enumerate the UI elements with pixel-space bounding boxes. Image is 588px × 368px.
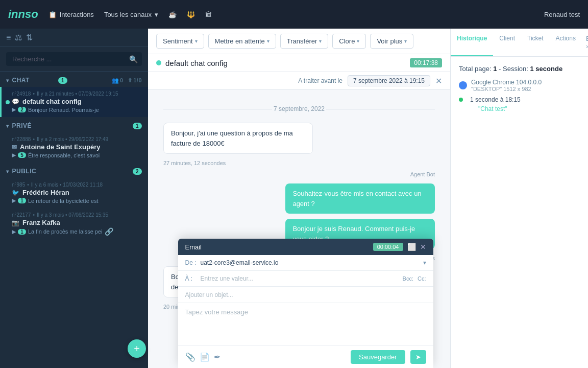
email-footer: 📎 📄 ✒ Sauvegarder ➤ <box>178 346 433 368</box>
search-wrap: 🔍 <box>6 52 142 66</box>
chat-item-name: 🐦 Frédéric Héran <box>12 189 142 196</box>
section-header-public[interactable]: ▾ PUBLIC 2 <box>0 163 148 178</box>
due-label: A traiter avant le <box>298 77 342 84</box>
search-input[interactable] <box>10 52 129 66</box>
message-1: Bonjour, j'ai une question à propos de m… <box>163 123 313 154</box>
message-time-1: 27 minutes, 12 secondes <box>163 160 435 166</box>
email-timer: 00:00:04 <box>373 243 403 251</box>
email-subject-field <box>178 287 433 303</box>
chat-item-frederic[interactable]: n°985 • Il y a 6 mois • 10/03/2022 11:18… <box>0 178 148 208</box>
chat-item-meta: n°985 • Il y a 6 mois • 10/03/2022 11:18 <box>12 182 142 188</box>
chat-item-meta: n°22888 • Il y a 2 mois • 29/06/2022 17:… <box>12 136 142 142</box>
save-button[interactable]: Sauvegarder <box>351 350 405 364</box>
chat-item-antoine[interactable]: n°22888 • Il y a 2 mois • 29/06/2022 17:… <box>0 132 148 163</box>
nav-interactions[interactable]: 📋 Interactions <box>48 11 94 18</box>
instagram-platform-icon: 📷 <box>12 219 19 226</box>
tab-historique[interactable]: Historique <box>451 29 493 56</box>
chat-item-meta: n°24918 • Il y a 21 minutes • 07/09/2022… <box>12 91 142 97</box>
nav-coffee[interactable]: ☕ <box>168 11 177 18</box>
email-to-field[interactable]: À : Bcc: Cc: <box>178 271 433 287</box>
chat-item-name: ✉ Antoine de Saint Exupéry <box>12 143 142 151</box>
transfer-button[interactable]: Transférer ▾ <box>280 34 328 49</box>
chat-item-preview: ▶ 1 Le retour de la byciclette est <box>12 197 142 204</box>
logo: innso <box>8 8 38 21</box>
chat-item-default[interactable]: n°24918 • Il y a 21 minutes • 07/09/2022… <box>0 87 148 117</box>
email-from-field: De : uat2-core3@email-service.io ▾ <box>178 255 433 271</box>
public-badge: 2 <box>133 168 142 175</box>
chevron-icon: ▾ <box>6 169 9 174</box>
footer-icons: 📎 📄 ✒ <box>185 352 346 362</box>
cc-button[interactable]: Cc: <box>418 275 426 282</box>
agent-label: Agent Bot <box>163 171 435 177</box>
sentiment-button[interactable]: Sentiment ▾ <box>156 34 204 49</box>
filter-icon[interactable]: ⚖ <box>15 33 22 42</box>
chevron-icon: ▾ <box>6 123 9 129</box>
members-icon: 👥 0 <box>112 77 124 84</box>
email-expand-button[interactable]: ⬜ <box>407 243 416 251</box>
sidebar-content: ▾ CHAT 1 👥 0 ⬆ 1/0 n°24918 • Il y a 21 m… <box>0 72 148 368</box>
chat-header-bar: default chat config 00:17:38 <box>148 54 450 72</box>
nav-left: innso 📋 Interactions Tous les canaux ▾ ☕… <box>8 8 212 21</box>
date-divider: 7 septembre, 2022 <box>163 105 435 112</box>
session-info: 1 seconde à 18:15 <box>470 96 521 103</box>
more-button[interactable]: Voir plus ▾ <box>370 34 413 49</box>
chat-item-preview: ▶ 2 Bonjour Renaud. Pourrais-je <box>12 106 142 113</box>
chevron-down-icon: ▾ <box>195 38 198 44</box>
section-header-private[interactable]: ▾ PRIVÉ 1 <box>0 117 148 132</box>
chrome-icon <box>459 81 467 89</box>
message-input[interactable] <box>185 308 426 339</box>
from-label: De : <box>185 259 201 266</box>
search-icon[interactable]: 🔍 <box>129 55 138 63</box>
add-button[interactable]: + <box>128 339 146 358</box>
chevron-down-icon: ▾ <box>357 38 359 44</box>
nav-fork[interactable]: 🔱 <box>187 11 195 18</box>
message-2: Souhaitez-vous être mis en contact avec … <box>285 183 435 214</box>
section-name-chat: CHAT <box>12 77 57 84</box>
chat-toolbar: Sentiment ▾ Mettre en attente ▾ Transfér… <box>148 29 450 54</box>
section-header-chat[interactable]: ▾ CHAT 1 👥 0 ⬆ 1/0 <box>0 72 148 87</box>
tab-client[interactable]: Client <box>493 29 521 56</box>
attachment-icon[interactable]: 📎 <box>185 352 195 362</box>
nav-building[interactable]: 🏛 <box>205 11 212 18</box>
signature-icon[interactable]: ✒ <box>214 352 220 362</box>
send-button[interactable]: ➤ <box>410 350 426 364</box>
from-value: uat2-core3@email-service.io <box>201 259 423 266</box>
layers-icon[interactable]: ≡ <box>6 33 11 42</box>
preview-badge: 2 <box>18 107 26 112</box>
tab-ticket[interactable]: Ticket <box>521 29 550 56</box>
template-icon[interactable]: 📄 <box>200 352 210 362</box>
email-close-button[interactable]: ✕ <box>420 243 426 251</box>
nav-channels[interactable]: Tous les canaux ▾ <box>104 11 158 18</box>
close-chat-button[interactable]: Clore ▾ <box>332 34 366 49</box>
due-close-button[interactable]: ✕ <box>435 76 442 86</box>
panel-tabs: Historique Client Ticket Actions E › <box>451 29 588 57</box>
email-message-area <box>178 303 433 346</box>
chat-meta: 👥 0 ⬆ 1/0 <box>112 77 142 84</box>
chat-item-kafka[interactable]: n°22177 • Il y a 3 mois • 07/06/2022 15:… <box>0 208 148 240</box>
chat-timer: 00:17:38 <box>410 58 442 67</box>
chat-badge: 1 <box>58 77 67 84</box>
section-name-private: PRIVÉ <box>12 122 131 129</box>
chat-title: default chat config <box>156 59 228 67</box>
session-dot <box>459 98 463 102</box>
subject-input[interactable] <box>185 291 426 298</box>
chat-test-link[interactable]: "Chat test" <box>478 105 521 112</box>
chevron-down-icon: ▾ <box>267 38 270 44</box>
chat-main: Sentiment ▾ Mettre en attente ▾ Transfér… <box>148 29 450 368</box>
tab-more[interactable]: E › <box>582 29 588 56</box>
chat-status-dot <box>156 60 161 65</box>
from-chevron-icon[interactable]: ▾ <box>423 259 426 266</box>
top-navigation: innso 📋 Interactions Tous les canaux ▾ ☕… <box>0 0 588 29</box>
hold-button[interactable]: Mettre en attente ▾ <box>208 34 276 49</box>
dm-platform-icon: ✉ <box>12 144 17 151</box>
sort-icon[interactable]: ⇅ <box>26 33 33 42</box>
due-bar: A traiter avant le 7 septembre 2022 à 19… <box>148 72 450 90</box>
email-modal-actions: 00:00:04 ⬜ ✕ <box>373 243 426 251</box>
due-date: 7 septembre 2022 à 19:15 <box>348 75 430 86</box>
panel-content: Total page: 1 - Session: 1 seconde Googl… <box>451 57 588 368</box>
tab-actions[interactable]: Actions <box>550 29 582 56</box>
to-input[interactable] <box>201 275 403 282</box>
chevron-down-icon: ▾ <box>404 38 407 44</box>
bcc-button[interactable]: Bcc: <box>403 275 413 282</box>
browser-device: "DESKTOP" 1512 x 982 <box>471 86 542 92</box>
